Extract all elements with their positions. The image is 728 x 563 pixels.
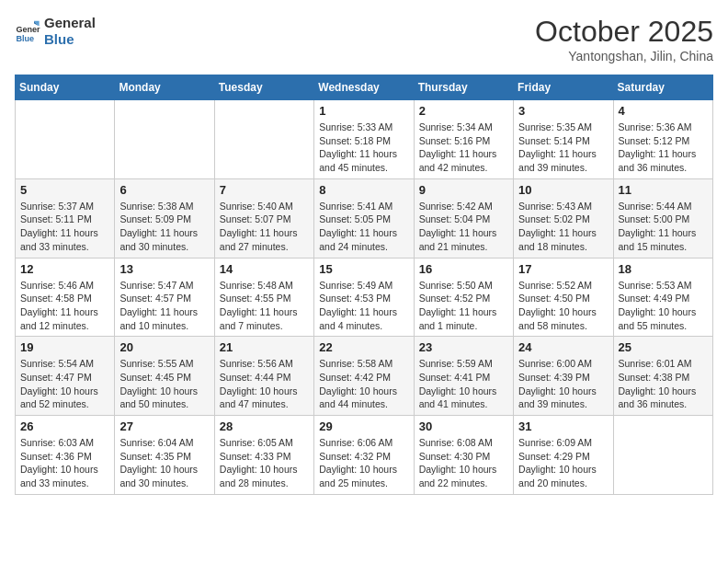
calendar-cell: 29Sunrise: 6:06 AMSunset: 4:32 PMDayligh… (314, 416, 414, 495)
calendar-cell: 27Sunrise: 6:04 AMSunset: 4:35 PMDayligh… (115, 416, 214, 495)
day-info: Sunrise: 5:52 AMSunset: 4:50 PMDaylight:… (518, 279, 608, 333)
day-number: 30 (419, 419, 508, 433)
day-number: 23 (419, 340, 508, 354)
day-info: Sunrise: 5:54 AMSunset: 4:47 PMDaylight:… (20, 357, 109, 411)
day-number: 6 (119, 183, 209, 197)
day-info: Sunrise: 5:41 AMSunset: 5:05 PMDaylight:… (319, 200, 408, 254)
logo-line1: General (44, 15, 96, 31)
day-number: 20 (119, 340, 209, 354)
week-row-3: 12Sunrise: 5:46 AMSunset: 4:58 PMDayligh… (16, 258, 713, 337)
day-info: Sunrise: 5:46 AMSunset: 4:58 PMDaylight:… (20, 279, 109, 333)
day-info: Sunrise: 5:37 AMSunset: 5:11 PMDaylight:… (20, 200, 109, 254)
calendar-cell: 31Sunrise: 6:09 AMSunset: 4:29 PMDayligh… (514, 416, 613, 495)
day-number: 19 (20, 340, 109, 354)
day-info: Sunrise: 6:04 AMSunset: 4:35 PMDaylight:… (119, 436, 209, 490)
calendar-cell: 1Sunrise: 5:33 AMSunset: 5:18 PMDaylight… (314, 100, 414, 179)
calendar-cell: 5Sunrise: 5:37 AMSunset: 5:11 PMDaylight… (16, 178, 115, 258)
day-info: Sunrise: 5:49 AMSunset: 4:53 PMDaylight:… (319, 279, 408, 333)
day-number: 13 (119, 262, 209, 276)
calendar-cell: 30Sunrise: 6:08 AMSunset: 4:30 PMDayligh… (414, 416, 513, 495)
day-number: 8 (319, 183, 408, 197)
calendar-cell: 16Sunrise: 5:50 AMSunset: 4:52 PMDayligh… (414, 258, 513, 337)
day-number: 1 (319, 104, 408, 118)
day-number: 14 (220, 262, 309, 276)
day-number: 15 (319, 262, 408, 276)
day-number: 31 (518, 419, 608, 433)
logo-line2: Blue (44, 31, 96, 48)
calendar-cell: 19Sunrise: 5:54 AMSunset: 4:47 PMDayligh… (16, 337, 115, 416)
calendar-cell (214, 100, 313, 179)
day-info: Sunrise: 5:53 AMSunset: 4:49 PMDaylight:… (619, 279, 708, 333)
calendar-cell: 17Sunrise: 5:52 AMSunset: 4:50 PMDayligh… (514, 258, 613, 337)
calendar-cell: 21Sunrise: 5:56 AMSunset: 4:44 PMDayligh… (214, 337, 313, 416)
day-info: Sunrise: 5:50 AMSunset: 4:52 PMDaylight:… (419, 279, 508, 333)
day-info: Sunrise: 6:09 AMSunset: 4:29 PMDaylight:… (518, 436, 608, 490)
day-info: Sunrise: 5:43 AMSunset: 5:02 PMDaylight:… (518, 200, 608, 254)
day-number: 29 (319, 419, 408, 433)
day-info: Sunrise: 5:40 AMSunset: 5:07 PMDaylight:… (220, 200, 309, 254)
day-number: 28 (220, 419, 309, 433)
day-number: 25 (619, 340, 708, 354)
day-number: 24 (518, 340, 608, 354)
day-info: Sunrise: 6:06 AMSunset: 4:32 PMDaylight:… (319, 436, 408, 490)
day-info: Sunrise: 5:35 AMSunset: 5:14 PMDaylight:… (518, 121, 608, 175)
day-info: Sunrise: 5:33 AMSunset: 5:18 PMDaylight:… (319, 121, 408, 175)
calendar-cell: 8Sunrise: 5:41 AMSunset: 5:05 PMDaylight… (314, 178, 414, 258)
calendar-cell: 20Sunrise: 5:55 AMSunset: 4:45 PMDayligh… (115, 337, 214, 416)
weekday-header-friday: Friday (514, 75, 613, 100)
day-number: 5 (20, 183, 109, 197)
calendar-cell: 4Sunrise: 5:36 AMSunset: 5:12 PMDaylight… (613, 100, 712, 179)
day-number: 4 (619, 104, 708, 118)
location: Yantongshan, Jilin, China (535, 49, 713, 63)
week-row-2: 5Sunrise: 5:37 AMSunset: 5:11 PMDaylight… (16, 178, 713, 258)
day-number: 9 (419, 183, 508, 197)
day-info: Sunrise: 5:36 AMSunset: 5:12 PMDaylight:… (619, 121, 708, 175)
day-info: Sunrise: 5:55 AMSunset: 4:45 PMDaylight:… (119, 357, 209, 411)
day-number: 11 (619, 183, 708, 197)
calendar-cell: 25Sunrise: 6:01 AMSunset: 4:38 PMDayligh… (613, 337, 712, 416)
logo-icon: General Blue (15, 18, 40, 44)
calendar-cell (16, 100, 115, 179)
day-info: Sunrise: 5:47 AMSunset: 4:57 PMDaylight:… (119, 279, 209, 333)
day-number: 26 (20, 419, 109, 433)
day-number: 10 (518, 183, 608, 197)
calendar-cell: 6Sunrise: 5:38 AMSunset: 5:09 PMDaylight… (115, 178, 214, 258)
calendar-cell: 13Sunrise: 5:47 AMSunset: 4:57 PMDayligh… (115, 258, 214, 337)
day-info: Sunrise: 6:01 AMSunset: 4:38 PMDaylight:… (619, 357, 708, 411)
day-info: Sunrise: 6:08 AMSunset: 4:30 PMDaylight:… (419, 436, 508, 490)
calendar-cell: 14Sunrise: 5:48 AMSunset: 4:55 PMDayligh… (214, 258, 313, 337)
calendar-cell: 10Sunrise: 5:43 AMSunset: 5:02 PMDayligh… (514, 178, 613, 258)
calendar-cell: 18Sunrise: 5:53 AMSunset: 4:49 PMDayligh… (613, 258, 712, 337)
calendar-cell: 15Sunrise: 5:49 AMSunset: 4:53 PMDayligh… (314, 258, 414, 337)
day-number: 27 (119, 419, 209, 433)
calendar-cell: 3Sunrise: 5:35 AMSunset: 5:14 PMDaylight… (514, 100, 613, 179)
week-row-4: 19Sunrise: 5:54 AMSunset: 4:47 PMDayligh… (16, 337, 713, 416)
day-info: Sunrise: 5:42 AMSunset: 5:04 PMDaylight:… (419, 200, 508, 254)
calendar-cell (115, 100, 214, 179)
svg-text:General: General (16, 25, 40, 34)
calendar-cell: 24Sunrise: 6:00 AMSunset: 4:39 PMDayligh… (514, 337, 613, 416)
page-header: General Blue General Blue October 2025 Y… (15, 15, 713, 63)
calendar-cell: 7Sunrise: 5:40 AMSunset: 5:07 PMDaylight… (214, 178, 313, 258)
day-info: Sunrise: 5:44 AMSunset: 5:00 PMDaylight:… (619, 200, 708, 254)
day-number: 2 (419, 104, 508, 118)
day-number: 22 (319, 340, 408, 354)
weekday-header-saturday: Saturday (613, 75, 712, 100)
day-info: Sunrise: 5:58 AMSunset: 4:42 PMDaylight:… (319, 357, 408, 411)
day-info: Sunrise: 5:38 AMSunset: 5:09 PMDaylight:… (119, 200, 209, 254)
calendar-cell: 22Sunrise: 5:58 AMSunset: 4:42 PMDayligh… (314, 337, 414, 416)
day-info: Sunrise: 5:59 AMSunset: 4:41 PMDaylight:… (419, 357, 508, 411)
calendar-cell: 12Sunrise: 5:46 AMSunset: 4:58 PMDayligh… (16, 258, 115, 337)
day-number: 17 (518, 262, 608, 276)
weekday-header-row: SundayMondayTuesdayWednesdayThursdayFrid… (16, 75, 713, 100)
day-info: Sunrise: 5:56 AMSunset: 4:44 PMDaylight:… (220, 357, 309, 411)
month-title: October 2025 (535, 15, 713, 49)
calendar-cell: 28Sunrise: 6:05 AMSunset: 4:33 PMDayligh… (214, 416, 313, 495)
calendar-cell: 23Sunrise: 5:59 AMSunset: 4:41 PMDayligh… (414, 337, 513, 416)
weekday-header-wednesday: Wednesday (314, 75, 414, 100)
day-info: Sunrise: 6:03 AMSunset: 4:36 PMDaylight:… (20, 436, 109, 490)
day-info: Sunrise: 5:48 AMSunset: 4:55 PMDaylight:… (220, 279, 309, 333)
calendar-cell: 2Sunrise: 5:34 AMSunset: 5:16 PMDaylight… (414, 100, 513, 179)
calendar-cell (613, 416, 712, 495)
day-number: 12 (20, 262, 109, 276)
